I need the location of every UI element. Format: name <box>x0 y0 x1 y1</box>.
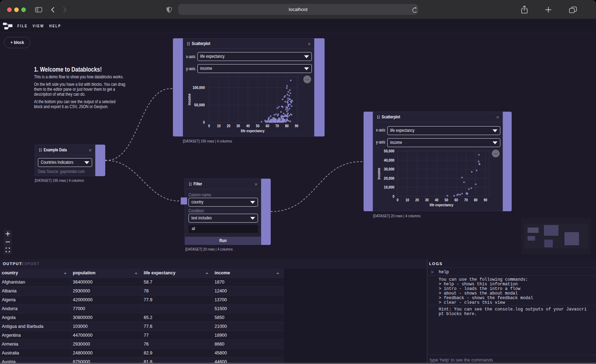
svg-text:40: 40 <box>435 198 438 202</box>
svg-text:60: 60 <box>266 124 269 128</box>
svg-text:10: 10 <box>406 198 409 202</box>
svg-text:30: 30 <box>425 198 429 202</box>
svg-text:income: income <box>187 94 191 105</box>
svg-text:50,000: 50,000 <box>384 149 394 153</box>
svg-text:50,000: 50,000 <box>194 103 205 107</box>
svg-text:80: 80 <box>285 124 289 128</box>
svg-text:50: 50 <box>445 198 448 202</box>
svg-text:20,000: 20,000 <box>384 176 394 180</box>
svg-text:90: 90 <box>295 124 298 128</box>
svg-text:20: 20 <box>227 124 230 128</box>
svg-text:0: 0 <box>203 120 205 124</box>
svg-text:30: 30 <box>236 124 240 128</box>
svg-text:30,000: 30,000 <box>384 167 394 171</box>
svg-text:70: 70 <box>275 124 279 128</box>
svg-text:income: income <box>377 168 381 180</box>
svg-text:0: 0 <box>208 124 210 128</box>
svg-text:70: 70 <box>464 198 468 202</box>
svg-text:life expectancy: life expectancy <box>430 203 454 207</box>
svg-text:10,000: 10,000 <box>384 185 394 189</box>
svg-text:0: 0 <box>397 198 399 202</box>
svg-text:life expectancy: life expectancy <box>241 129 265 133</box>
svg-text:20: 20 <box>415 198 419 202</box>
svg-text:40: 40 <box>246 124 250 128</box>
svg-text:60: 60 <box>454 198 458 202</box>
svg-text:0: 0 <box>393 194 394 198</box>
svg-text:50: 50 <box>256 124 259 128</box>
svg-text:10: 10 <box>217 124 221 128</box>
svg-text:80: 80 <box>474 198 478 202</box>
svg-text:90: 90 <box>484 198 487 202</box>
svg-text:100,000: 100,000 <box>192 85 205 90</box>
svg-text:40,000: 40,000 <box>384 158 394 162</box>
